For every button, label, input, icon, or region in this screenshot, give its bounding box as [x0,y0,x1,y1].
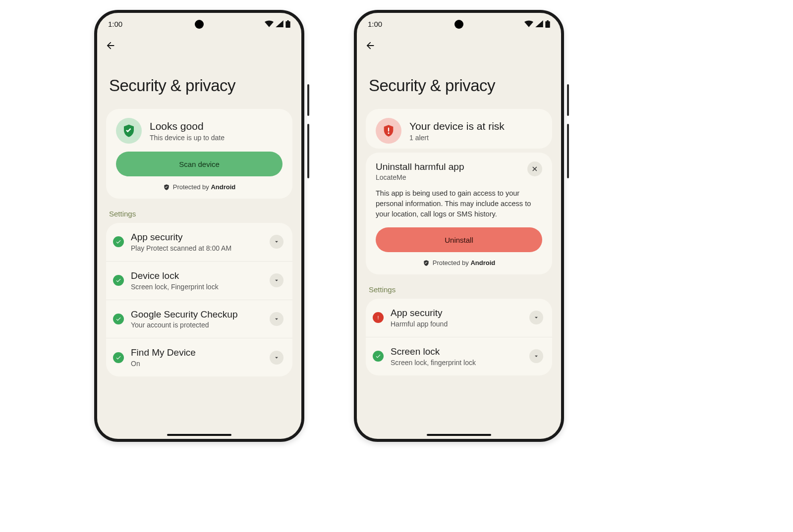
expand-button[interactable] [529,311,543,324]
expand-button[interactable] [270,312,283,326]
battery-icon [545,20,550,28]
shield-check-icon [116,118,142,144]
status-icons [265,20,290,28]
settings-list: App security Harmful app found [366,299,552,375]
row-title: Screen lock [391,346,522,358]
alert-description: This app is being used to gain access to… [376,188,542,219]
svg-rect-1 [287,20,289,21]
row-title: Device lock [131,270,263,282]
alert-title: Uninstall harmful app [376,161,464,172]
row-title: App security [391,308,522,319]
alert-card: Uninstall harmful app LocateMe This app … [366,153,552,274]
svg-rect-4 [388,128,389,132]
row-find-my-device[interactable]: Find My Device On [106,338,292,376]
settings-section-label: Settings [369,285,549,294]
row-app-security[interactable]: App security Harmful app found [366,299,552,337]
row-subtitle: Play Protect scanned at 8:00 AM [131,244,263,252]
phone-mockup-right: 1:00 Security & privacy [354,10,564,442]
signal-icon [276,20,283,27]
expand-button[interactable] [270,235,283,249]
close-icon [531,165,538,172]
svg-rect-2 [545,21,550,27]
uninstall-button[interactable]: Uninstall [376,227,542,252]
row-title: Google Security Checkup [131,309,263,320]
chevron-down-icon [533,353,540,360]
status-subtitle: 1 alert [409,134,542,142]
clock-text: 1:00 [368,20,382,28]
wifi-icon [524,20,533,27]
status-title: Your device is at risk [409,120,542,132]
shield-icon [163,184,170,191]
svg-rect-6 [378,316,379,319]
status-icons [524,20,550,28]
row-subtitle: Harmful app found [391,320,522,328]
row-subtitle: On [131,360,263,368]
svg-rect-0 [285,21,290,27]
settings-section-label: Settings [109,210,289,218]
arrow-left-icon [365,40,376,51]
back-button[interactable] [105,40,116,51]
expand-button[interactable] [270,351,283,365]
status-card-good: Looks good This device is up to date Sca… [106,109,292,199]
row-title: App security [131,232,263,243]
signal-icon [535,20,543,27]
chevron-down-icon [273,354,280,361]
phone-mockup-left: 1:00 Security & privacy [94,10,304,442]
svg-point-5 [388,132,389,134]
camera-cutout [454,20,463,29]
expand-button[interactable] [529,349,543,363]
shield-icon [423,260,430,266]
page-title: Security & privacy [369,76,549,95]
check-circle-icon [373,351,384,362]
back-button[interactable] [365,40,376,51]
battery-icon [285,20,290,28]
svg-rect-3 [547,20,549,21]
settings-list: App security Play Protect scanned at 8:0… [106,223,292,376]
home-indicator[interactable] [167,434,231,436]
check-circle-icon [113,352,124,363]
row-title: Find My Device [131,347,263,359]
page-title: Security & privacy [109,76,289,95]
clock-text: 1:00 [108,20,122,28]
scan-device-button[interactable]: Scan device [116,152,283,176]
camera-cutout [195,20,204,29]
check-circle-icon [113,236,124,247]
arrow-left-icon [105,40,116,51]
expand-button[interactable] [270,273,283,287]
alert-app-name: LocateMe [376,173,464,181]
chevron-down-icon [273,316,280,322]
status-subtitle: This device is up to date [150,134,283,142]
dismiss-alert-button[interactable] [527,161,542,176]
status-card-risk: Your device is at risk 1 alert [366,109,552,149]
shield-alert-icon [376,118,401,144]
row-subtitle: Screen lock, Fingerprint lock [131,283,263,291]
protected-by-label: Protected by Android [376,259,542,266]
row-subtitle: Screen lock, fingerprint lock [391,359,522,367]
alert-circle-icon [373,312,384,323]
row-subtitle: Your account is protected [131,321,263,329]
home-indicator[interactable] [427,434,491,436]
status-title: Looks good [150,120,283,132]
svg-point-7 [378,319,379,319]
row-app-security[interactable]: App security Play Protect scanned at 8:0… [106,223,292,261]
wifi-icon [265,20,274,27]
row-screen-lock[interactable]: Screen lock Screen lock, fingerprint loc… [366,337,552,375]
chevron-down-icon [533,314,540,321]
row-device-lock[interactable]: Device lock Screen lock, Fingerprint loc… [106,261,292,300]
chevron-down-icon [273,238,280,245]
row-google-security-checkup[interactable]: Google Security Checkup Your account is … [106,300,292,338]
chevron-down-icon [273,277,280,284]
check-circle-icon [113,275,124,286]
protected-by-label: Protected by Android [116,183,283,191]
check-circle-icon [113,314,124,324]
